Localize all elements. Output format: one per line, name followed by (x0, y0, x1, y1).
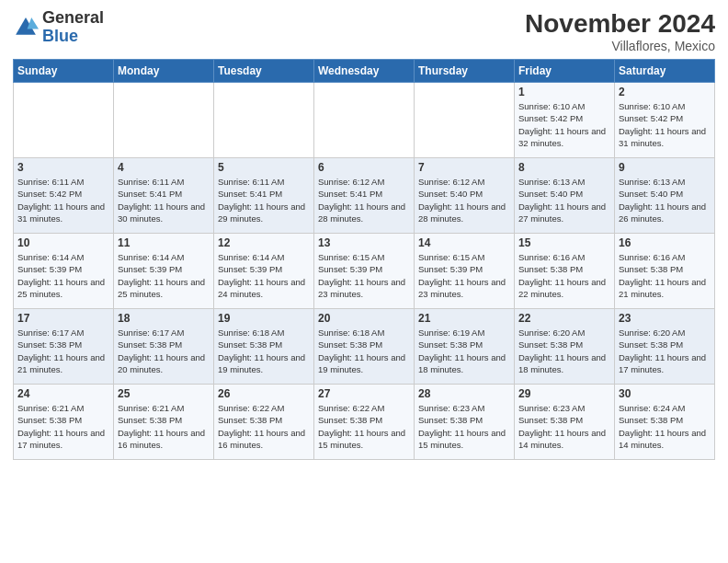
calendar-cell-w2d4: 6Sunrise: 6:12 AMSunset: 5:41 PMDaylight… (314, 158, 415, 234)
cell-content: Sunrise: 6:21 AMSunset: 5:38 PMDaylight:… (17, 402, 109, 451)
cell-content: Sunrise: 6:18 AMSunset: 5:38 PMDaylight:… (218, 327, 310, 375)
calendar-cell-w3d6: 15Sunrise: 6:16 AMSunset: 5:38 PMDayligh… (515, 234, 615, 309)
cell-content: Sunrise: 6:14 AMSunset: 5:39 PMDaylight:… (218, 251, 310, 300)
day-number: 18 (118, 312, 210, 325)
week-row-2: 3Sunrise: 6:11 AMSunset: 5:42 PMDaylight… (14, 158, 715, 234)
cell-content: Sunrise: 6:15 AMSunset: 5:39 PMDaylight:… (418, 251, 510, 300)
day-number: 24 (17, 387, 109, 400)
calendar-table: SundayMondayTuesdayWednesdayThursdayFrid… (13, 59, 715, 460)
calendar-cell-w5d3: 26Sunrise: 6:22 AMSunset: 5:38 PMDayligh… (214, 385, 314, 460)
weekday-header-friday: Friday (515, 60, 615, 83)
cell-content: Sunrise: 6:19 AMSunset: 5:38 PMDaylight:… (418, 327, 510, 375)
weekday-header-sunday: Sunday (14, 60, 114, 83)
weekday-header-tuesday: Tuesday (214, 60, 314, 83)
day-number: 22 (518, 312, 610, 325)
week-row-1: 1Sunrise: 6:10 AMSunset: 5:42 PMDaylight… (14, 83, 715, 158)
day-number: 27 (318, 387, 410, 400)
calendar-cell-w4d5: 21Sunrise: 6:19 AMSunset: 5:38 PMDayligh… (415, 309, 515, 385)
cell-content: Sunrise: 6:13 AMSunset: 5:40 PMDaylight:… (518, 176, 610, 224)
logo-general: General (42, 8, 104, 27)
day-number: 13 (318, 236, 410, 249)
weekday-row: SundayMondayTuesdayWednesdayThursdayFrid… (14, 60, 715, 83)
cell-content: Sunrise: 6:20 AMSunset: 5:38 PMDaylight:… (518, 327, 610, 375)
calendar-cell-w3d4: 13Sunrise: 6:15 AMSunset: 5:39 PMDayligh… (314, 234, 415, 309)
day-number: 20 (318, 312, 410, 325)
day-number: 26 (218, 387, 310, 400)
day-number: 12 (218, 236, 310, 249)
header: General Blue November 2024 Villaflores, … (13, 9, 715, 53)
calendar-cell-w1d1 (14, 83, 114, 158)
week-row-5: 24Sunrise: 6:21 AMSunset: 5:38 PMDayligh… (14, 385, 715, 460)
calendar-cell-w4d4: 20Sunrise: 6:18 AMSunset: 5:38 PMDayligh… (314, 309, 415, 385)
cell-content: Sunrise: 6:11 AMSunset: 5:42 PMDaylight:… (17, 176, 109, 224)
calendar-cell-w1d6: 1Sunrise: 6:10 AMSunset: 5:42 PMDaylight… (515, 83, 615, 158)
calendar-cell-w5d2: 25Sunrise: 6:21 AMSunset: 5:38 PMDayligh… (114, 385, 214, 460)
calendar-cell-w2d6: 8Sunrise: 6:13 AMSunset: 5:40 PMDaylight… (515, 158, 615, 234)
calendar-cell-w3d2: 11Sunrise: 6:14 AMSunset: 5:39 PMDayligh… (114, 234, 214, 309)
day-number: 1 (518, 86, 610, 98)
cell-content: Sunrise: 6:14 AMSunset: 5:39 PMDaylight:… (118, 251, 210, 300)
cell-content: Sunrise: 6:18 AMSunset: 5:38 PMDaylight:… (318, 327, 410, 375)
calendar-cell-w1d5 (415, 83, 515, 158)
cell-content: Sunrise: 6:21 AMSunset: 5:38 PMDaylight:… (118, 402, 210, 451)
calendar-cell-w4d6: 22Sunrise: 6:20 AMSunset: 5:38 PMDayligh… (515, 309, 615, 385)
calendar-body: 1Sunrise: 6:10 AMSunset: 5:42 PMDaylight… (14, 83, 715, 460)
calendar-cell-w2d7: 9Sunrise: 6:13 AMSunset: 5:40 PMDaylight… (615, 158, 715, 234)
cell-content: Sunrise: 6:15 AMSunset: 5:39 PMDaylight:… (318, 251, 410, 300)
calendar-cell-w1d3 (214, 83, 314, 158)
calendar-header: SundayMondayTuesdayWednesdayThursdayFrid… (14, 60, 715, 83)
cell-content: Sunrise: 6:23 AMSunset: 5:38 PMDaylight:… (518, 402, 610, 451)
calendar-cell-w4d1: 17Sunrise: 6:17 AMSunset: 5:38 PMDayligh… (14, 309, 114, 385)
day-number: 29 (518, 387, 610, 400)
cell-content: Sunrise: 6:13 AMSunset: 5:40 PMDaylight:… (619, 176, 711, 224)
day-number: 30 (619, 387, 711, 400)
title-area: November 2024 Villaflores, Mexico (525, 9, 715, 53)
cell-content: Sunrise: 6:20 AMSunset: 5:38 PMDaylight:… (619, 327, 711, 375)
calendar-cell-w3d5: 14Sunrise: 6:15 AMSunset: 5:39 PMDayligh… (415, 234, 515, 309)
day-number: 4 (118, 161, 210, 174)
cell-content: Sunrise: 6:12 AMSunset: 5:41 PMDaylight:… (318, 176, 410, 224)
day-number: 6 (318, 161, 410, 174)
calendar-cell-w3d7: 16Sunrise: 6:16 AMSunset: 5:38 PMDayligh… (615, 234, 715, 309)
day-number: 10 (17, 236, 109, 249)
week-row-4: 17Sunrise: 6:17 AMSunset: 5:38 PMDayligh… (14, 309, 715, 385)
calendar-cell-w1d2 (114, 83, 214, 158)
day-number: 11 (118, 236, 210, 249)
day-number: 3 (17, 161, 109, 174)
weekday-header-wednesday: Wednesday (314, 60, 415, 83)
day-number: 8 (518, 161, 610, 174)
location-subtitle: Villaflores, Mexico (525, 39, 715, 53)
day-number: 19 (218, 312, 310, 325)
calendar-cell-w5d6: 29Sunrise: 6:23 AMSunset: 5:38 PMDayligh… (515, 385, 615, 460)
cell-content: Sunrise: 6:24 AMSunset: 5:38 PMDaylight:… (619, 402, 711, 451)
logo-text: General Blue (42, 9, 104, 46)
day-number: 7 (418, 161, 510, 174)
day-number: 23 (619, 312, 711, 325)
cell-content: Sunrise: 6:17 AMSunset: 5:38 PMDaylight:… (118, 327, 210, 375)
cell-content: Sunrise: 6:22 AMSunset: 5:38 PMDaylight:… (218, 402, 310, 451)
day-number: 2 (619, 86, 711, 98)
page: General Blue November 2024 Villaflores, … (0, 0, 728, 469)
calendar-cell-w5d7: 30Sunrise: 6:24 AMSunset: 5:38 PMDayligh… (615, 385, 715, 460)
month-title: November 2024 (525, 9, 715, 39)
week-row-3: 10Sunrise: 6:14 AMSunset: 5:39 PMDayligh… (14, 234, 715, 309)
calendar-cell-w2d3: 5Sunrise: 6:11 AMSunset: 5:41 PMDaylight… (214, 158, 314, 234)
logo: General Blue (13, 9, 104, 46)
day-number: 21 (418, 312, 510, 325)
calendar-cell-w4d7: 23Sunrise: 6:20 AMSunset: 5:38 PMDayligh… (615, 309, 715, 385)
cell-content: Sunrise: 6:14 AMSunset: 5:39 PMDaylight:… (17, 251, 109, 300)
cell-content: Sunrise: 6:10 AMSunset: 5:42 PMDaylight:… (619, 100, 711, 149)
weekday-header-monday: Monday (114, 60, 214, 83)
day-number: 28 (418, 387, 510, 400)
calendar-cell-w5d4: 27Sunrise: 6:22 AMSunset: 5:38 PMDayligh… (314, 385, 415, 460)
calendar-cell-w5d1: 24Sunrise: 6:21 AMSunset: 5:38 PMDayligh… (14, 385, 114, 460)
calendar-cell-w3d3: 12Sunrise: 6:14 AMSunset: 5:39 PMDayligh… (214, 234, 314, 309)
day-number: 17 (17, 312, 109, 325)
day-number: 14 (418, 236, 510, 249)
logo-icon (13, 15, 39, 40)
cell-content: Sunrise: 6:16 AMSunset: 5:38 PMDaylight:… (518, 251, 610, 300)
cell-content: Sunrise: 6:22 AMSunset: 5:38 PMDaylight:… (318, 402, 410, 451)
calendar-cell-w5d5: 28Sunrise: 6:23 AMSunset: 5:38 PMDayligh… (415, 385, 515, 460)
cell-content: Sunrise: 6:11 AMSunset: 5:41 PMDaylight:… (118, 176, 210, 224)
calendar-cell-w2d2: 4Sunrise: 6:11 AMSunset: 5:41 PMDaylight… (114, 158, 214, 234)
